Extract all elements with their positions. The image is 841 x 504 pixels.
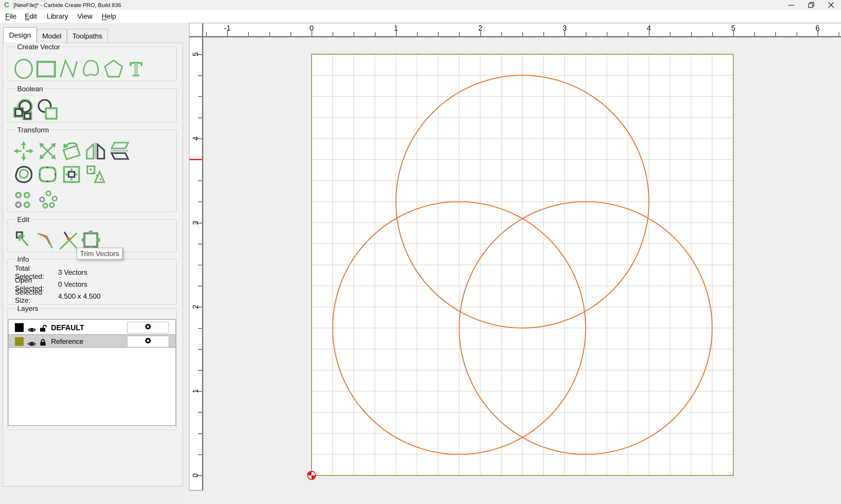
h-ruler-tick xyxy=(206,32,207,36)
layer-name[interactable]: Reference xyxy=(51,335,84,348)
tab-design[interactable]: Design xyxy=(3,27,37,43)
scale-stock-tool-button[interactable] xyxy=(61,164,82,185)
v-ruler-tick xyxy=(198,454,202,455)
menu-file[interactable]: File xyxy=(5,12,17,20)
gear-icon xyxy=(144,322,152,333)
offset-icon xyxy=(13,164,34,185)
layer-settings-button[interactable] xyxy=(127,322,169,334)
info-label-2: Selected Size: xyxy=(15,288,58,305)
menu-edit[interactable]: Edit xyxy=(25,12,37,20)
transform-tool-row-0 xyxy=(13,141,130,162)
h-ruler-tick xyxy=(354,32,354,36)
menu-view[interactable]: View xyxy=(78,12,92,20)
layer-locked-icon[interactable] xyxy=(39,338,48,348)
group-boolean: Boolean xyxy=(7,88,177,123)
rotate-tool-button[interactable] xyxy=(61,141,82,162)
v-ruler-tick xyxy=(198,118,202,118)
mirror-horizontal-icon xyxy=(85,141,106,162)
v-ruler-label: 0 xyxy=(191,469,200,482)
app-logo-icon: C xyxy=(4,1,9,9)
h-ruler-tick xyxy=(459,32,460,36)
drawing-canvas[interactable] xyxy=(203,37,841,504)
scale-tool-button[interactable] xyxy=(37,141,58,162)
v-ruler-tick xyxy=(198,201,202,202)
h-ruler-tick xyxy=(691,32,692,36)
close-icon xyxy=(827,1,835,8)
move-tool-button[interactable] xyxy=(13,141,34,162)
group-edit: Edit xyxy=(7,219,177,252)
curve-tool-button[interactable] xyxy=(81,58,102,79)
grid-array-tool-button[interactable] xyxy=(13,189,34,210)
restore-button[interactable] xyxy=(801,0,821,10)
align-icon xyxy=(85,164,106,185)
info-rows: Total Selected:3 VectorsOpen Selected:0 … xyxy=(15,266,174,302)
align-tool-button[interactable] xyxy=(85,164,106,185)
group-title-edit: Edit xyxy=(16,216,31,224)
layer-visibility-eye-icon[interactable] xyxy=(28,339,36,349)
minimize-icon xyxy=(788,1,795,8)
layer-visibility-eye-icon[interactable] xyxy=(28,325,36,336)
circle-icon xyxy=(13,58,34,79)
boolean-subtract-tool-button[interactable] xyxy=(37,99,58,120)
menu-bar: FileEditLibraryViewHelp xyxy=(0,10,841,23)
v-ruler-tick xyxy=(198,244,202,245)
v-ruler-tick xyxy=(198,412,202,413)
close-button[interactable] xyxy=(821,0,841,10)
transform-tool-row-2 xyxy=(13,189,58,210)
h-ruler-label: 0 xyxy=(310,24,314,32)
app-window: C [NewFile]* - Carbide Create PRO, Build… xyxy=(0,0,841,504)
h-ruler-tick xyxy=(796,32,797,36)
tab-model-label: Model xyxy=(42,32,61,40)
h-ruler-tick xyxy=(375,32,376,36)
flip-vertical-tool-button[interactable] xyxy=(109,141,130,162)
v-ruler-tick xyxy=(198,349,202,350)
tab-toolpaths[interactable]: Toolpaths xyxy=(67,29,108,42)
tab-model[interactable]: Model xyxy=(37,29,67,42)
mirror-horizontal-tool-button[interactable] xyxy=(85,141,106,162)
info-value-2: 4.500 x 4.500 xyxy=(58,292,101,301)
boolean-union-tool-button[interactable] xyxy=(13,99,34,120)
rectangle-tool-button[interactable] xyxy=(36,58,57,79)
fillet-tool-button[interactable] xyxy=(36,230,57,251)
h-ruler-label: 5 xyxy=(731,24,735,32)
round-corners-tool-button[interactable] xyxy=(37,164,58,185)
layer-unlocked-icon[interactable] xyxy=(39,323,48,334)
polygon-tool-button[interactable] xyxy=(103,58,124,79)
group-title-create-vector: Create Vector xyxy=(16,43,62,51)
group-create-vector: Create Vector T xyxy=(7,47,177,81)
menu-library[interactable]: Library xyxy=(47,12,68,20)
minimize-button[interactable] xyxy=(782,0,801,10)
v-ruler-tick xyxy=(198,433,202,434)
layer-row-reference[interactable]: Reference xyxy=(8,334,175,348)
layer-color-swatch[interactable] xyxy=(15,337,24,346)
h-ruler-tick xyxy=(586,32,586,36)
v-ruler-label: 1 xyxy=(191,385,200,398)
h-ruler-label: -1 xyxy=(224,24,230,32)
trim-vectors-tool-button[interactable] xyxy=(58,230,79,251)
polyline-tool-button[interactable] xyxy=(58,58,79,79)
layer-row-default[interactable]: DEFAULT xyxy=(8,321,175,334)
layer-color-swatch[interactable] xyxy=(15,323,24,332)
v-ruler-tick xyxy=(198,265,202,266)
group-title-boolean: Boolean xyxy=(16,85,45,93)
rotate-icon xyxy=(61,141,82,162)
h-ruler-tick xyxy=(712,32,713,36)
circular-array-tool-button[interactable] xyxy=(37,189,58,210)
h-ruler-tick xyxy=(607,32,607,36)
h-ruler-tick xyxy=(775,32,776,36)
offset-tool-button[interactable] xyxy=(13,164,34,185)
layer-settings-button[interactable] xyxy=(127,336,169,347)
circle-tool-button[interactable] xyxy=(13,58,34,79)
h-ruler-tick xyxy=(417,32,417,36)
h-ruler-tick xyxy=(839,32,839,36)
grid-lines xyxy=(312,54,733,475)
text-tool-button[interactable]: T xyxy=(125,58,147,79)
tab-design-label: Design xyxy=(9,31,31,39)
h-ruler-tick xyxy=(544,32,544,36)
h-ruler-label: 6 xyxy=(816,24,820,32)
menu-help[interactable]: Help xyxy=(102,12,116,20)
boolean-tool-row-0 xyxy=(13,99,58,120)
ruler-cursor-indicator xyxy=(190,159,202,160)
edit-nodes-tool-button[interactable] xyxy=(13,230,34,251)
layer-name[interactable]: DEFAULT xyxy=(51,321,84,334)
